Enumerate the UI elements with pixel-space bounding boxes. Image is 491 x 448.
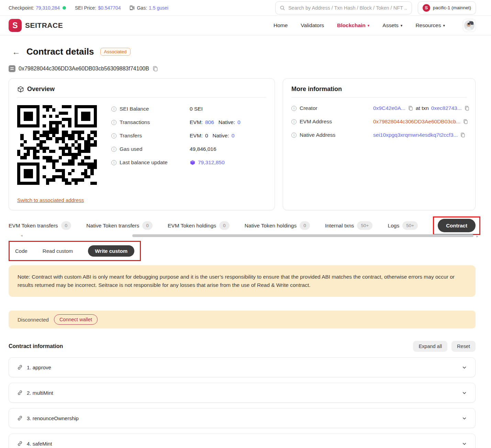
last-balance-update-row: Last balance update 79,312,850 bbox=[111, 159, 241, 166]
info-icon bbox=[111, 147, 116, 152]
nav-item-home[interactable]: Home bbox=[274, 22, 288, 29]
native-transfer-count-link[interactable]: 0 bbox=[232, 133, 235, 139]
chevron-down-icon[interactable] bbox=[462, 441, 467, 446]
tab-evm-token-transfers[interactable]: EVM Token transfers 0 bbox=[9, 221, 71, 230]
method-accordion-multimint[interactable]: 2. multiMint bbox=[9, 383, 476, 403]
evm-label: EVM: bbox=[190, 133, 203, 139]
gas-used-row: Gas used 49,846,016 bbox=[111, 146, 241, 152]
nav-item-resources[interactable]: Resources ▾ bbox=[415, 22, 445, 29]
gas-used-value: 49,846,016 bbox=[190, 146, 216, 152]
connect-wallet-button[interactable]: Connect wallet bbox=[54, 314, 98, 325]
abi-note-banner: Note: Contract with custom ABI is only m… bbox=[9, 265, 476, 297]
sei-price-value[interactable]: $0.547704 bbox=[98, 5, 121, 11]
method-accordion-renounceownership[interactable]: 3. renounceOwnership bbox=[9, 408, 476, 428]
more-information-card: More information Creator 0x9C42e0A... at… bbox=[283, 78, 476, 210]
network-selector[interactable]: S pacific-1 (mainnet) bbox=[418, 1, 476, 14]
nav-item-label: Assets bbox=[382, 22, 399, 29]
tab-bar: EVM Token transfers 0 Native Token trans… bbox=[9, 221, 476, 230]
search-input[interactable] bbox=[288, 5, 408, 11]
brand-name: SEITRACE bbox=[25, 21, 63, 30]
row-label: Last balance update bbox=[120, 159, 168, 166]
nav-item-assets[interactable]: Assets ▾ bbox=[382, 22, 402, 29]
last-balance-block-link[interactable]: 79,312,850 bbox=[198, 159, 225, 166]
tab-evm-token-holdings[interactable]: EVM Token holdings 0 bbox=[168, 221, 230, 230]
tabs-scrollbar[interactable]: ◂ ▸ bbox=[9, 233, 476, 238]
method-accordion-safemint[interactable]: 4. safeMint bbox=[9, 434, 476, 448]
method-label: 4. safeMint bbox=[27, 441, 52, 447]
tab-native-token-transfers[interactable]: Native Token transfers 0 bbox=[86, 221, 152, 230]
overview-title: Overview bbox=[27, 86, 55, 93]
evm-txn-count-link[interactable]: 806 bbox=[205, 119, 214, 125]
creator-txn-link[interactable]: 0xec82743... bbox=[431, 105, 462, 111]
switch-associated-address-link[interactable]: Switch to associated address bbox=[17, 197, 84, 203]
creator-address-link[interactable]: 0x9C42e0A... bbox=[373, 105, 405, 111]
tab-label: Logs bbox=[388, 223, 400, 229]
subtab-write-custom[interactable]: Write custom bbox=[88, 245, 134, 257]
tab-contract[interactable]: Contract bbox=[438, 219, 476, 232]
tab-label: Native Token holdings bbox=[245, 223, 297, 229]
nav-item-blockchain[interactable]: Blockchain ▾ bbox=[337, 22, 369, 29]
overview-card: Overview SEI Balance 0 SEI Transactions … bbox=[9, 78, 275, 210]
evm-address-row: EVM Address 0x79828044c306DD3Ae60DB03cb.… bbox=[291, 119, 467, 125]
native-txn-count-link[interactable]: 0 bbox=[237, 119, 241, 125]
copy-evm-address-icon[interactable] bbox=[463, 119, 468, 124]
expand-all-button[interactable]: Expand all bbox=[413, 341, 447, 352]
sei-price-label: SEI Price: bbox=[75, 5, 96, 11]
chevron-down-icon[interactable] bbox=[462, 365, 467, 370]
tab-count-badge: 0 bbox=[300, 221, 310, 230]
qr-code bbox=[17, 105, 97, 185]
row-label: Gas used bbox=[120, 146, 142, 152]
contract-address: 0x79828044c306DD3Ae60DB03cb56309883f7410… bbox=[19, 66, 149, 72]
sei-balance-row: SEI Balance 0 SEI bbox=[111, 106, 241, 112]
chevron-down-icon[interactable] bbox=[462, 416, 467, 421]
tab-count-badge: 0 bbox=[142, 221, 153, 230]
block-cube-icon bbox=[190, 160, 196, 166]
caret-down-icon: ▾ bbox=[443, 24, 445, 27]
tab-logs[interactable]: Logs 50+ bbox=[388, 221, 418, 230]
method-label: 3. renounceOwnership bbox=[27, 415, 79, 421]
scrollbar-thumb[interactable] bbox=[132, 234, 473, 237]
scroll-left-icon[interactable]: ◂ bbox=[21, 233, 23, 238]
page-title: Contract details bbox=[26, 46, 94, 57]
nav-item-validators[interactable]: Validators bbox=[301, 22, 324, 29]
subtab-code[interactable]: Code bbox=[15, 248, 27, 254]
nav-item-label: Validators bbox=[301, 22, 324, 29]
brand[interactable]: S SEITRACE bbox=[9, 19, 63, 32]
caret-down-icon: ▾ bbox=[368, 24, 370, 27]
native-address-link[interactable]: sei10xpgq3xrqmwn4esdkq7t2ccf3... bbox=[373, 132, 458, 138]
contract-doc-icon bbox=[9, 65, 15, 72]
reset-button[interactable]: Reset bbox=[451, 341, 476, 352]
tab-native-token-holdings[interactable]: Native Token holdings 0 bbox=[245, 221, 310, 230]
method-accordion-approve[interactable]: 1. approve bbox=[9, 357, 476, 377]
creator-row: Creator 0x9C42e0A... at txn 0xec82743... bbox=[291, 105, 467, 111]
annotation-box-contract-tab: Contract bbox=[433, 216, 480, 235]
copy-creator-icon[interactable] bbox=[408, 105, 413, 111]
native-address-row: Native Address sei10xpgq3xrqmwn4esdkq7t2… bbox=[291, 132, 467, 138]
copy-txn-icon[interactable] bbox=[464, 105, 470, 111]
evm-address-link[interactable]: 0x79828044c306DD3Ae60DB03cb... bbox=[373, 119, 460, 125]
transactions-row: Transactions EVM: 806 Native: 0 bbox=[111, 119, 241, 125]
search-box[interactable] bbox=[275, 1, 412, 14]
gas-value[interactable]: 1.5 gusei bbox=[149, 5, 168, 11]
info-icon bbox=[111, 160, 116, 165]
method-label: 2. multiMint bbox=[27, 390, 53, 396]
scroll-right-icon[interactable]: ▸ bbox=[476, 234, 478, 238]
checkpoint-value[interactable]: 79,310,284 bbox=[36, 5, 60, 11]
nav-item-label: Blockchain bbox=[337, 22, 366, 29]
copy-native-address-icon[interactable] bbox=[460, 132, 466, 138]
back-arrow-icon[interactable]: ← bbox=[12, 48, 20, 56]
row-label: EVM Address bbox=[300, 119, 332, 125]
row-label: SEI Balance bbox=[120, 106, 149, 112]
tab-internal-txns[interactable]: Internal txns 50+ bbox=[325, 221, 372, 230]
search-icon bbox=[280, 5, 285, 11]
wallet-banner: Disconnected Connect wallet bbox=[9, 311, 476, 328]
profile-menu-button[interactable] bbox=[463, 19, 476, 32]
copy-address-icon[interactable] bbox=[152, 66, 158, 72]
associated-badge: Associated bbox=[100, 48, 131, 56]
info-icon bbox=[111, 120, 116, 125]
method-label: 1. approve bbox=[27, 365, 51, 370]
subtab-read-custom[interactable]: Read custom bbox=[43, 248, 73, 254]
status-topbar: Checkpoint: 79,310,284 SEI Price: $0.547… bbox=[0, 0, 491, 16]
chevron-down-icon[interactable] bbox=[462, 390, 467, 395]
main-navbar: S SEITRACE Home Validators Blockchain ▾ … bbox=[0, 16, 491, 35]
